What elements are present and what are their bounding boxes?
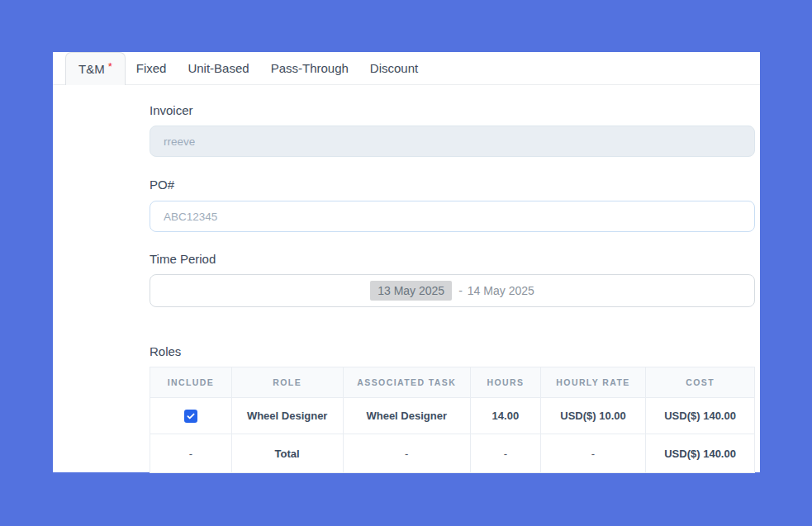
tab-unit-based[interactable]: Unit-Based	[177, 52, 259, 84]
form-card: T&M * Fixed Unit-Based Pass-Through Disc…	[53, 52, 760, 472]
table-row: Wheel Designer Wheel Designer 14.00 USD(…	[150, 398, 755, 434]
cost-cell: USD($) 140.00	[646, 398, 755, 434]
tab-pass-through[interactable]: Pass-Through	[260, 52, 359, 84]
header-hours: HOURS	[470, 367, 540, 398]
header-associated-task: ASSOCIATED TASK	[343, 367, 470, 398]
required-asterisk: *	[108, 60, 112, 73]
total-associated-task-cell: -	[343, 434, 470, 473]
total-hourly-rate-cell: -	[540, 434, 645, 473]
include-cell	[150, 398, 232, 434]
total-label-cell: Total	[231, 434, 343, 473]
time-period-input[interactable]: 13 May 2025 - 14 May 2025	[150, 274, 755, 307]
tab-fixed-label: Fixed	[136, 61, 167, 75]
header-cost: COST	[646, 367, 755, 398]
include-checkbox[interactable]	[184, 410, 197, 423]
end-date-value[interactable]: 14 May 2025	[468, 284, 534, 297]
po-input[interactable]	[150, 201, 755, 232]
date-separator: -	[458, 284, 463, 297]
roles-label: Roles	[150, 345, 755, 358]
tab-fixed[interactable]: Fixed	[126, 52, 178, 84]
total-include-cell: -	[150, 434, 232, 473]
associated-task-cell: Wheel Designer	[343, 398, 470, 434]
hours-cell: 14.00	[470, 398, 540, 434]
table-header-row: INCLUDE ROLE ASSOCIATED TASK HOURS HOURL…	[150, 367, 755, 398]
total-hours-cell: -	[470, 434, 540, 473]
total-cost-cell: USD($) 140.00	[646, 434, 755, 473]
form-content: Invoicer PO# Time Period 13 May 2025 - 1…	[150, 104, 755, 473]
role-cell: Wheel Designer	[231, 398, 343, 434]
tab-unit-based-label: Unit-Based	[188, 61, 249, 75]
time-period-label: Time Period	[150, 253, 755, 265]
checkmark-icon	[187, 412, 195, 420]
tab-bar: T&M * Fixed Unit-Based Pass-Through Disc…	[53, 52, 760, 85]
total-row: - Total - - - USD($) 140.00	[150, 434, 755, 473]
roles-table: INCLUDE ROLE ASSOCIATED TASK HOURS HOURL…	[150, 367, 755, 473]
header-hourly-rate: HOURLY RATE	[540, 367, 645, 398]
tab-pass-through-label: Pass-Through	[271, 61, 349, 75]
tab-tm-label: T&M	[78, 62, 105, 76]
invoicer-label: Invoicer	[150, 104, 755, 116]
tab-discount[interactable]: Discount	[359, 52, 429, 84]
tab-tm[interactable]: T&M *	[65, 52, 126, 85]
header-role: ROLE	[231, 367, 343, 398]
hourly-rate-cell: USD($) 10.00	[540, 398, 645, 434]
header-include: INCLUDE	[150, 367, 232, 398]
tab-discount-label: Discount	[370, 61, 418, 75]
po-label: PO#	[150, 178, 755, 191]
start-date-value[interactable]: 13 May 2025	[370, 281, 452, 301]
page-background: { "tabs": { "items": [ { "label": "T&M",…	[0, 0, 812, 526]
invoicer-input[interactable]	[150, 126, 755, 157]
